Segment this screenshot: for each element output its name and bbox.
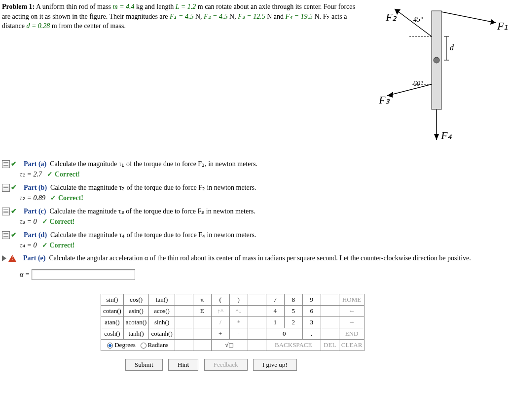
calc-right[interactable]: → <box>339 317 365 328</box>
calc-2[interactable]: 2 <box>284 317 302 328</box>
part-b-answer: τ₂ = 0.89 <box>20 194 45 202</box>
radio-icon <box>141 343 146 349</box>
calc-sinh[interactable]: sinh() <box>149 317 175 328</box>
part-b-prompt: Calculate the magnitude τ₂ of the torque… <box>50 184 256 191</box>
part-c-title: Part (c) <box>24 208 46 215</box>
note-icon[interactable] <box>2 231 10 239</box>
calc-5[interactable]: 5 <box>284 306 302 317</box>
calc-cos[interactable]: cos() <box>123 294 149 306</box>
svg-line-10 <box>387 84 432 96</box>
calc-acos[interactable]: acos() <box>149 306 175 317</box>
calc-4[interactable]: 4 <box>266 306 284 317</box>
part-d-answer: τ₄ = 0 <box>20 242 36 249</box>
note-icon[interactable] <box>2 184 10 192</box>
calc-sqrt[interactable]: √◻ <box>211 340 248 351</box>
part-b: ✔ Part (b) Calculate the magnitude τ₂ of… <box>2 183 511 192</box>
calc-dot[interactable]: . <box>302 328 321 340</box>
play-icon <box>2 255 6 261</box>
calc-left[interactable]: ← <box>339 306 365 317</box>
calc-cosh[interactable]: cosh() <box>101 328 124 340</box>
giveup-button[interactable]: I give up! <box>253 359 297 371</box>
svg-marker-3 <box>490 19 496 25</box>
calc-div[interactable]: / <box>211 317 229 328</box>
alpha-input-row: α = <box>20 269 511 280</box>
calc-atan[interactable]: atan() <box>101 317 124 328</box>
angle-60: 60° <box>413 80 423 88</box>
calc-home[interactable]: HOME <box>339 294 365 306</box>
svg-marker-14 <box>434 134 439 140</box>
calc-6[interactable]: 6 <box>302 306 321 317</box>
problem-statement: Problem 1: A uniform thin rod of mass m … <box>2 2 365 31</box>
note-icon[interactable] <box>2 160 10 168</box>
part-d-title: Part (d) <box>24 231 47 239</box>
label-F3: F₃ <box>379 94 390 106</box>
hint-button[interactable]: Hint <box>168 359 198 371</box>
part-c-prompt: Calculate the magnitude τ₃ of the torque… <box>49 208 255 215</box>
action-buttons: Submit Hint Feedback I give up! <box>125 359 511 371</box>
problem-header: Problem 1: A uniform thin rod of mass m … <box>2 2 511 150</box>
mode-radians[interactable]: Radians <box>141 341 169 349</box>
calc-7[interactable]: 7 <box>266 294 284 306</box>
problem-figure: F₂ F₁ F₃ F₄ 45° 60° d <box>365 2 511 150</box>
alpha-input[interactable] <box>32 269 135 280</box>
part-b-status: ✓ Correct! <box>50 194 83 202</box>
part-e-prompt: Calculate the angular acceleration α of … <box>49 254 471 262</box>
calc-sup[interactable]: ↑^ <box>211 306 229 317</box>
alpha-label: α = <box>20 271 30 278</box>
calc-del[interactable]: DEL <box>321 340 339 351</box>
part-b-title: Part (b) <box>24 184 47 191</box>
calc-1[interactable]: 1 <box>266 317 284 328</box>
radio-icon <box>107 343 113 349</box>
note-icon[interactable] <box>2 208 10 215</box>
calc-pi[interactable]: π <box>193 294 211 306</box>
part-a-prompt: Calculate the magnitude τ₁ of the torque… <box>50 160 257 168</box>
calc-rparen[interactable]: ) <box>229 294 248 306</box>
calc-acotan[interactable]: acotan() <box>123 317 149 328</box>
calc-9[interactable]: 9 <box>302 294 321 306</box>
calc-backspace[interactable]: BACKSPACE <box>266 340 321 351</box>
submit-button[interactable]: Submit <box>125 359 163 371</box>
calc-cotanh[interactable]: cotanh() <box>149 328 175 340</box>
calc-asin[interactable]: asin() <box>123 306 149 317</box>
part-e: Part (e) Calculate the angular accelerat… <box>2 254 511 262</box>
feedback-button: Feedback <box>204 359 248 371</box>
label-F2: F₂ <box>386 11 397 24</box>
part-c-answer: τ₃ = 0 <box>20 218 36 225</box>
calc-3[interactable]: 3 <box>302 317 321 328</box>
calc-tanh[interactable]: tanh() <box>123 328 149 340</box>
label-F4: F₄ <box>441 129 452 142</box>
calc-E[interactable]: E <box>193 306 211 317</box>
warning-icon <box>8 255 16 262</box>
check-icon: ✔ <box>11 231 17 239</box>
check-icon: ✔ <box>11 160 17 168</box>
calc-plus[interactable]: + <box>211 328 229 340</box>
svg-point-1 <box>434 57 439 63</box>
calc-lparen[interactable]: ( <box>211 294 229 306</box>
part-e-title: Part (e) <box>23 254 45 262</box>
label-F1: F₁ <box>497 20 508 33</box>
part-d-status: ✓ Correct! <box>42 242 75 249</box>
calc-8[interactable]: 8 <box>284 294 302 306</box>
part-a-status: ✓ Correct! <box>47 171 80 178</box>
calculator-pad: sin() cos() tan() π ( ) 7 8 9 HOME cotan… <box>101 294 511 371</box>
part-c: ✔ Part (c) Calculate the magnitude τ₃ of… <box>2 207 511 215</box>
calc-mul[interactable]: * <box>229 317 248 328</box>
part-d-prompt: Calculate the magnitude τ₄ of the torque… <box>50 231 256 239</box>
check-icon: ✔ <box>11 183 17 192</box>
calc-0[interactable]: 0 <box>266 328 302 340</box>
angle-45: 45° <box>413 16 423 24</box>
calc-minus[interactable]: - <box>229 328 248 340</box>
calc-cotan[interactable]: cotan() <box>101 306 124 317</box>
calc-clear[interactable]: CLEAR <box>339 340 365 351</box>
calc-end[interactable]: END <box>339 328 365 340</box>
label-d: d <box>450 43 454 52</box>
part-a: ✔ Part (a) Calculate the magnitude τ₁ of… <box>2 160 511 168</box>
calc-tan[interactable]: tan() <box>149 294 175 306</box>
mode-degrees[interactable]: Degrees <box>107 341 136 349</box>
calc-sub[interactable]: ^↓ <box>229 306 248 317</box>
part-d: ✔ Part (d) Calculate the magnitude τ₄ of… <box>2 231 511 239</box>
svg-line-2 <box>441 12 496 23</box>
part-a-title: Part (a) <box>24 160 46 168</box>
check-icon: ✔ <box>11 207 17 215</box>
calc-sin[interactable]: sin() <box>101 294 124 306</box>
